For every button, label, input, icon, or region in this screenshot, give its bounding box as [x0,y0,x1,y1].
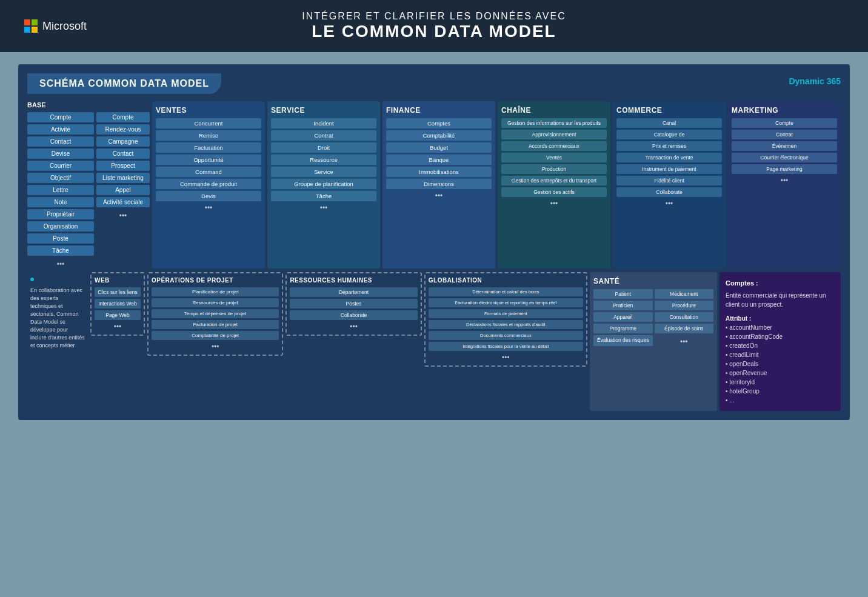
sante-title: SANTÉ [593,277,713,285]
commerce-item: Transaction de vente [616,153,722,162]
chaine-item: Gestion des actifs [501,187,607,197]
ventes-items: Concurrent Remise Facturation Opportunit… [156,118,261,201]
finance-title: FINANCE [386,106,492,115]
web-item: Page Web [95,310,141,320]
commerce-item: Instrument de paiement [616,164,722,174]
globalisation-column: GLOBALISATION Détermination et calcul de… [424,272,587,411]
sante-item: Médicament [655,289,714,299]
ventes-title: VENTES [156,106,261,115]
attr-item: • createdOn [726,341,835,350]
detail-description: Entité commerciale qui représente un cli… [726,291,835,309]
schema-box: SCHÉMA COMMON DATA MODEL Dynamic 365 BAS… [18,64,850,420]
service-item: Groupe de planification [271,179,376,189]
base-item: Courrier [27,161,94,171]
marketing-item: Compte [732,118,837,128]
base-label: BASE [27,101,94,108]
attr-item: • openDeals [726,359,835,369]
rh-item: Département [290,287,417,297]
chaine-item: Gestion des informations sur les produit… [501,118,607,128]
ops-item: Ressources de projet [152,298,279,307]
chaine-item: Gestion des entrepôts et du transport [501,176,607,185]
commerce-item: Fidélité client [616,176,722,185]
marketing-item: Contrat [732,130,837,139]
chaine-title: CHAÎNE [501,106,607,115]
finance-item: Comptabilité [386,130,492,141]
service-item: Ressource [271,155,376,165]
attr-item: • accountNumber [726,323,835,332]
rh-column: RESSOURCES HUMAINES Département Postes C… [285,272,421,411]
base-item: Compte [27,112,94,122]
globalisation-item: Documents commerciaux [429,331,583,340]
finance-inner: FINANCE Comptes Comptabilité Budget Banq… [382,101,495,268]
detail-title: Comptes : [726,278,835,288]
globalisation-item: Intégrations fiscales pour la vente au d… [429,342,583,351]
base-dots: ••• [27,260,94,268]
chaine-item: Accords commerciaux [501,141,607,151]
schema-header: SCHÉMA COMMON DATA MODEL Dynamic 365 [27,73,841,94]
info-box: En collaboration avec des experts techni… [27,272,88,411]
finance-dots: ••• [386,192,492,200]
commerce-item: Catalogue de [616,130,722,139]
service-item: Contrat [271,130,376,141]
attr-title: Attribut : [726,314,835,323]
globalisation-dots: ••• [429,353,583,362]
web-item: Clics sur les liens [95,287,141,297]
sante-grid: Patient Médicament Praticien Procédure A… [593,289,713,346]
ventes-item: Remise [156,130,261,141]
commerce-item: Prix et remises [616,141,722,151]
globalisation-items: Détermination et calcul des taxes Factur… [429,287,583,351]
web-title: WEB [95,277,141,284]
service-item: Incident [271,118,376,128]
ops-item: Temps et dépenses de projet [152,309,279,318]
globalisation-item: Déclarations fiscales et rapports d'audi… [429,320,583,329]
service-title: SERVICE [271,106,376,115]
ops-projet-column: OPÉRATIONS DE PROJET Planification de pr… [147,272,283,411]
schema-title: SCHÉMA COMMON DATA MODEL [27,73,221,94]
marketing-column: MARKETING Compte Contrat Événemen Courri… [728,101,841,268]
marketing-item: Courrier électronique [732,153,837,162]
ventes-dots: ••• [156,204,261,212]
ms-logo-grid [24,19,38,33]
attr-item: • hotelGroup [726,387,835,396]
chaine-column: CHAÎNE Gestion des informations sur les … [498,101,610,268]
service-dots: ••• [271,204,376,212]
ms-logo-text: Microsoft [42,20,87,33]
base-column: BASE Compte Activité Contact Devise Cour… [27,101,94,268]
header-subtitle: INTÉGRER ET CLARIFIER LES DONNÉES AVEC [302,11,566,22]
web-inner: WEB Clics sur les liens Interactions Web… [90,272,145,336]
ventes-item: Facturation [156,142,261,153]
ventes-item: Opportunité [156,155,261,165]
base-item: Activité [27,124,94,135]
microsoft-logo: Microsoft [24,19,87,33]
base-item: Organisation [27,221,94,232]
commerce-item: Canal [616,118,722,128]
sante-dots: ••• [655,338,714,346]
commerce-title: COMMERCE [616,106,722,115]
ventes-item: Concurrent [156,118,261,128]
service-inner: SERVICE Incident Contrat Droit Ressource… [267,101,380,268]
base2-item: Prospect [96,161,150,171]
service-items: Incident Contrat Droit Ressource Service… [271,118,376,201]
ops-item: Planification de projet [152,287,279,296]
bullet-dot-icon [30,278,34,281]
sante-item: Patient [593,289,653,299]
sante-item: Évaluation des risques [593,335,653,346]
header-main-title: LE COMMON DATA MODEL [302,22,566,41]
base2-column: Compte Rendez-vous Campagne Contact Pros… [96,101,150,268]
finance-items: Comptes Comptabilité Budget Banque Immob… [386,118,492,189]
commerce-inner: COMMERCE Canal Catalogue de Prix et remi… [613,101,726,268]
main-content: SCHÉMA COMMON DATA MODEL Dynamic 365 BAS… [0,52,868,432]
base2-item: Contact [96,148,150,159]
base2-item: Campagne [96,136,150,147]
rh-title: RESSOURCES HUMAINES [290,277,417,284]
ops-titre: OPÉRATIONS DE PROJET [152,277,279,284]
attr-item: • openRevenue [726,369,835,378]
sante-item: Épisode de soins [655,324,714,333]
top-section: BASE Compte Activité Contact Devise Cour… [27,101,841,268]
dynamic365-label: Dynamic 365 [789,73,841,86]
web-items: Clics sur les liens Interactions Web Pag… [95,287,141,320]
ops-projet-inner: OPÉRATIONS DE PROJET Planification de pr… [147,272,283,356]
finance-column: FINANCE Comptes Comptabilité Budget Banq… [382,101,495,268]
rh-item: Postes [290,299,417,309]
chaine-item: Ventes [501,153,607,162]
